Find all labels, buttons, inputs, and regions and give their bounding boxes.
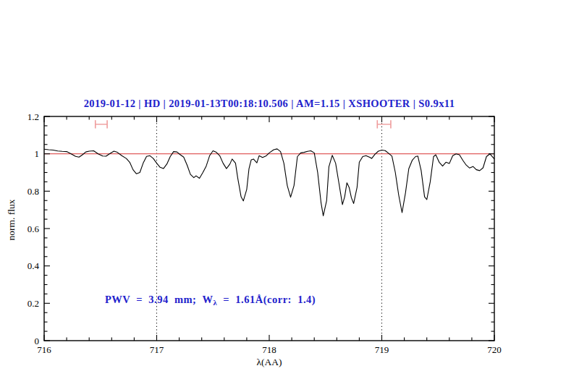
- spectrum-line: [44, 149, 494, 216]
- y-tick-label: 1: [35, 148, 40, 159]
- y-tick-label: 0: [35, 336, 40, 346]
- x-tick-label: 720: [487, 344, 502, 355]
- pwv-annotation: PWV = 3.94 mm; Wλ = 1.61Å(corr: 1.4): [105, 294, 316, 307]
- y-tick-label: 0.6: [28, 223, 40, 234]
- x-tick-label: 717: [150, 344, 164, 355]
- y-tick-label: 0.4: [28, 260, 40, 271]
- y-tick-label: 0.2: [28, 298, 39, 309]
- equivalent-width-text: = 1.61Å(corr: 1.4): [217, 294, 316, 305]
- x-axis-label: λ(AA): [44, 357, 494, 368]
- plot-frame: [44, 116, 494, 341]
- x-tick-label: 718: [262, 344, 276, 355]
- y-tick-label: 1.2: [28, 111, 39, 122]
- spectrum-figure: 2019-01-12 | HD | 2019-01-13T00:18:10.50…: [0, 0, 566, 392]
- x-tick-label: 719: [375, 344, 389, 355]
- y-tick-label: 0.8: [28, 186, 39, 197]
- plot-canvas: 71671771871972000.20.40.60.811.2: [0, 0, 566, 392]
- pwv-value-text: PWV = 3.94 mm; W: [105, 294, 213, 305]
- x-tick-label: 716: [37, 344, 51, 355]
